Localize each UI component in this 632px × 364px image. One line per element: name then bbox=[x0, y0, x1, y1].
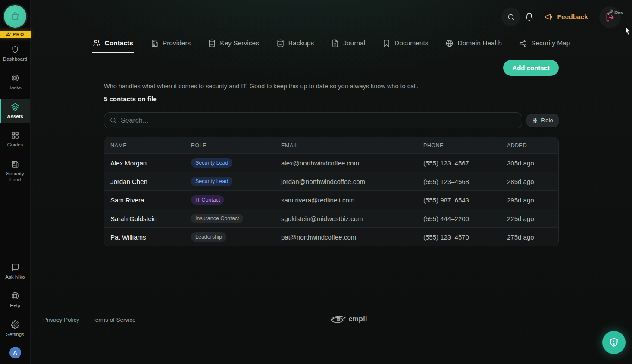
contact-phone: (555) 444–2200 bbox=[423, 215, 507, 222]
database-icon bbox=[208, 39, 216, 47]
tab-security-map[interactable]: Security Map bbox=[518, 34, 571, 53]
page-description: Who handles what when it comes to securi… bbox=[104, 83, 559, 90]
contact-name: Alex Morgan bbox=[110, 159, 191, 167]
footer: Privacy Policy Terms of Service cmpli bbox=[40, 306, 624, 323]
globe-icon bbox=[445, 39, 454, 47]
table-row[interactable]: Alex Morgan Security Lead alex@northwind… bbox=[104, 153, 558, 172]
topbar: Feedback Dev bbox=[31, 0, 632, 34]
notifications-button[interactable] bbox=[520, 7, 538, 26]
tab-label: Domain Health bbox=[457, 39, 502, 47]
gear-icon bbox=[11, 320, 19, 329]
contacts-table: NAME ROLE EMAIL PHONE ADDED Alex Morgan … bbox=[104, 137, 559, 246]
feedback-label: Feedback bbox=[557, 13, 588, 21]
building-icon bbox=[150, 39, 159, 47]
sidebar: PRO Dashboard Tasks A bbox=[0, 0, 31, 364]
shield-alert-icon bbox=[608, 337, 619, 348]
contact-added: 285d ago bbox=[507, 178, 558, 185]
sidebar-item-dashboard[interactable]: Dashboard bbox=[0, 41, 30, 65]
contact-phone: (555) 123–4568 bbox=[423, 178, 507, 185]
tab-bar: Contacts Providers Key Services bbox=[31, 34, 632, 53]
table-row[interactable]: Sam Rivera IT Contact sam.rivera@redline… bbox=[104, 190, 558, 209]
feedback-button[interactable]: Feedback bbox=[544, 12, 588, 21]
share-network-icon bbox=[519, 39, 527, 47]
tab-documents[interactable]: Documents bbox=[382, 34, 429, 53]
role-badge: Leadership bbox=[191, 232, 226, 242]
tab-label: Backups bbox=[288, 39, 314, 47]
database-icon bbox=[276, 39, 285, 47]
tab-domain-health[interactable]: Domain Health bbox=[444, 34, 503, 53]
column-header-phone: PHONE bbox=[423, 143, 507, 149]
search-icon bbox=[507, 13, 515, 21]
tab-label: Journal bbox=[343, 39, 365, 47]
contact-added: 275d ago bbox=[507, 233, 558, 241]
tab-providers[interactable]: Providers bbox=[150, 34, 191, 53]
tab-key-services[interactable]: Key Services bbox=[207, 34, 260, 53]
contact-name: Sarah Goldstein bbox=[110, 215, 191, 222]
file-text-icon bbox=[331, 39, 339, 47]
table-row[interactable]: Sarah Goldstein Insurance Contact sgolds… bbox=[104, 209, 558, 227]
contact-name: Sam Rivera bbox=[110, 196, 191, 204]
contact-name: Pat Williams bbox=[110, 233, 191, 241]
search-button[interactable] bbox=[501, 7, 520, 26]
dev-mode-indicator: Dev bbox=[607, 9, 623, 15]
contact-email: pat@northwindcoffee.com bbox=[281, 233, 423, 241]
sidebar-item-guides[interactable]: Guides bbox=[0, 127, 30, 151]
sliders-icon bbox=[532, 118, 538, 124]
sidebar-item-label: Ask Niko bbox=[5, 274, 25, 280]
contact-phone: (555) 123–4567 bbox=[423, 159, 507, 167]
contact-added: 305d ago bbox=[507, 159, 558, 167]
contact-added: 295d ago bbox=[507, 196, 558, 204]
role-badge: Insurance Contact bbox=[191, 214, 243, 223]
contact-email: sgoldstein@midwestbiz.com bbox=[281, 215, 423, 222]
bell-icon bbox=[525, 12, 534, 22]
sidebar-item-label: Security Feed bbox=[4, 171, 26, 183]
search-input[interactable] bbox=[121, 117, 516, 124]
target-icon bbox=[11, 74, 19, 82]
eye-logo-icon bbox=[329, 314, 346, 324]
contact-phone: (555) 987–6543 bbox=[423, 196, 507, 204]
grid-icon bbox=[11, 131, 19, 140]
column-header-role: ROLE bbox=[191, 143, 281, 149]
sidebar-item-settings[interactable]: Settings bbox=[0, 317, 31, 341]
contact-added: 225d ago bbox=[507, 215, 558, 222]
sidebar-item-security-feed[interactable]: Security Feed bbox=[0, 156, 30, 187]
sidebar-item-label: Assets bbox=[7, 113, 23, 119]
role-filter-button[interactable]: Role bbox=[526, 114, 559, 127]
role-badge: Security Lead bbox=[191, 177, 232, 186]
app-logo[interactable] bbox=[3, 4, 28, 29]
security-assistant-fab[interactable] bbox=[602, 331, 626, 354]
sidebar-item-label: Guides bbox=[7, 142, 23, 148]
table-row[interactable]: Jordan Chen Security Lead jordan@northwi… bbox=[104, 172, 558, 190]
column-header-name: NAME bbox=[110, 143, 191, 149]
privacy-policy-link[interactable]: Privacy Policy bbox=[43, 317, 79, 323]
contacts-count: 5 contacts on file bbox=[104, 95, 559, 103]
avatar-initial: A bbox=[13, 350, 17, 356]
pro-badge-label: PRO bbox=[13, 32, 24, 37]
terms-of-service-link[interactable]: Terms of Service bbox=[92, 317, 136, 323]
tab-label: Key Services bbox=[220, 39, 259, 47]
sidebar-item-tasks[interactable]: Tasks bbox=[0, 70, 30, 94]
sidebar-item-help[interactable]: Help bbox=[0, 288, 31, 312]
column-header-email: EMAIL bbox=[281, 143, 423, 149]
tab-backups[interactable]: Backups bbox=[275, 34, 315, 53]
tab-label: Documents bbox=[394, 39, 428, 47]
shield-icon bbox=[11, 45, 19, 54]
crown-icon bbox=[6, 32, 11, 37]
megaphone-icon bbox=[544, 12, 553, 21]
wrench-icon bbox=[607, 9, 613, 15]
pro-badge: PRO bbox=[0, 31, 31, 38]
sidebar-item-assets[interactable]: Assets bbox=[0, 99, 30, 123]
sidebar-item-ask-niko[interactable]: Ask Niko bbox=[0, 259, 31, 283]
column-header-added: ADDED bbox=[507, 143, 558, 149]
cmpli-brand: cmpli bbox=[329, 314, 367, 324]
contact-phone: (555) 123–4570 bbox=[423, 233, 507, 241]
tab-journal[interactable]: Journal bbox=[330, 34, 366, 53]
user-avatar[interactable]: A bbox=[9, 347, 21, 358]
tab-contacts[interactable]: Contacts bbox=[92, 34, 134, 53]
table-row[interactable]: Pat Williams Leadership pat@northwindcof… bbox=[104, 227, 558, 246]
search-box bbox=[104, 112, 522, 128]
role-filter-label: Role bbox=[541, 117, 553, 124]
contact-email: sam.rivera@redlineit.com bbox=[281, 196, 423, 204]
add-contact-button[interactable]: Add contact bbox=[503, 60, 559, 76]
role-badge: Security Lead bbox=[191, 158, 232, 168]
